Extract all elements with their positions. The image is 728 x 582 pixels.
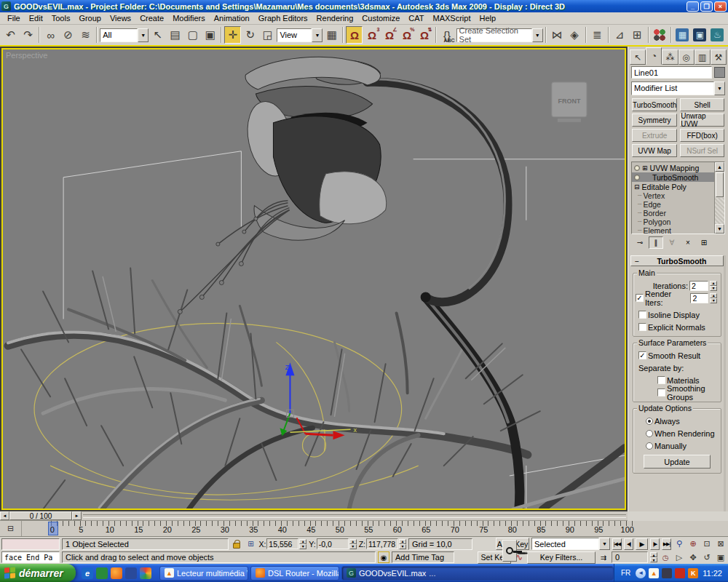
firefox-icon[interactable] [111, 567, 122, 579]
quick-render-icon[interactable]: ♨ [709, 26, 726, 44]
time-tag-icon[interactable]: ◉ [378, 551, 389, 563]
selection-filter-combo[interactable]: All ▼ [100, 28, 149, 42]
smooth-result-checkbox[interactable]: ✓ [638, 351, 646, 359]
menu-item[interactable]: Tools [47, 13, 75, 23]
layer-manager-icon[interactable]: ≣ [589, 26, 606, 44]
orbit-icon[interactable]: ↺ [701, 551, 713, 563]
render-iters-field[interactable]: 2 [690, 293, 708, 303]
object-color-swatch[interactable] [714, 67, 725, 78]
current-frame-field[interactable]: 0 [612, 551, 648, 563]
rendered-frame-icon[interactable]: ▣ [692, 26, 708, 44]
select-and-scale-icon[interactable]: ◲ [259, 26, 276, 44]
menu-item[interactable]: File [3, 13, 25, 23]
select-object-icon[interactable]: ↖ [149, 26, 166, 44]
chevron-down-icon[interactable]: ▼ [532, 28, 543, 42]
object-name-field[interactable]: Line01 [631, 66, 712, 79]
visibility-bulb-icon[interactable] [634, 175, 640, 180]
tray-icon[interactable] [662, 568, 672, 578]
menu-item[interactable]: Rendering [312, 13, 358, 23]
chevron-down-icon[interactable]: ▼ [138, 28, 149, 42]
select-link-icon[interactable]: ∞ [42, 26, 59, 44]
set-keys-button[interactable] [502, 540, 517, 562]
z-spinner[interactable]: ▴▾ [399, 539, 406, 549]
absolute-mode-icon[interactable]: ⊞ [245, 538, 256, 550]
frame-spinner[interactable]: ▴▾ [650, 552, 657, 562]
rectangular-region-icon[interactable]: ▢ [184, 26, 201, 44]
show-end-result-icon[interactable]: ∥ [649, 236, 663, 249]
z-field[interactable]: 117,778 [366, 538, 398, 549]
window-crossing-icon[interactable]: ▣ [202, 26, 218, 44]
snap-3d-icon[interactable]: Ω3 [363, 26, 380, 44]
stack-item-turbosmooth[interactable]: TurboSmooth [632, 172, 714, 182]
previous-frame-icon[interactable]: ◀| [624, 538, 633, 550]
tray-vlc-icon[interactable]: ▲ [649, 568, 659, 578]
stack-subobject[interactable]: Border [632, 209, 714, 218]
explicit-normals-checkbox[interactable] [638, 323, 646, 331]
iterations-spinner[interactable]: ▴▾ [710, 281, 717, 291]
isoline-checkbox[interactable] [638, 311, 646, 319]
select-and-manipulate-icon[interactable]: ▦ [323, 26, 340, 44]
pin-stack-icon[interactable]: ⊸ [633, 236, 647, 249]
chevron-down-icon[interactable]: ▼ [714, 81, 725, 95]
unlink-icon[interactable]: ⊘ [60, 26, 76, 44]
stack-subobject[interactable]: Vertex [632, 191, 714, 200]
chrome-icon[interactable] [140, 567, 151, 579]
menu-item[interactable]: Animation [210, 13, 254, 23]
update-button[interactable]: Update [644, 455, 711, 469]
zoom-region-icon[interactable]: ⊠ [715, 538, 727, 550]
maximize-viewport-icon[interactable]: ▣ [715, 551, 727, 563]
rollout-header[interactable]: − TurboSmooth [630, 255, 724, 266]
stack-subobject[interactable]: Polygon [632, 218, 714, 226]
modifier-list-dropdown[interactable]: Modifier List ▼ [631, 81, 725, 95]
key-mode-toggle-icon[interactable]: ⇉ [598, 551, 609, 563]
key-filter-combo[interactable]: Selected ▼ [531, 537, 610, 551]
close-button[interactable]: × [714, 1, 727, 12]
y-field[interactable]: -0,0 [317, 538, 349, 549]
when-rendering-radio[interactable] [646, 430, 653, 437]
bind-spacewarp-icon[interactable]: ≋ [77, 26, 94, 44]
menu-item[interactable]: Graph Editors [254, 13, 312, 23]
tab-modify[interactable]: ◔ [646, 47, 662, 65]
render-iters-spinner[interactable]: ▴▾ [710, 293, 717, 303]
zoom-icon[interactable]: ⚲ [673, 538, 685, 550]
named-selection-sets-icon[interactable]: {}ABC [439, 26, 456, 44]
smoothing-groups-checkbox[interactable] [657, 388, 665, 396]
x-field[interactable]: 15,556 [266, 538, 298, 549]
ffd-box-button[interactable]: FFD(box) [680, 129, 724, 142]
perspective-viewport[interactable]: Perspective [1, 48, 626, 510]
curve-editor-icon[interactable]: ⊿ [612, 26, 628, 44]
align-icon[interactable]: ◈ [566, 26, 583, 44]
select-and-rotate-icon[interactable]: ↻ [242, 26, 258, 44]
tab-motion[interactable]: ◎ [678, 49, 695, 65]
expand-icon[interactable]: ⊞ [642, 164, 648, 172]
mirror-icon[interactable]: ⋈ [549, 26, 566, 44]
stack-item-uvw-mapping[interactable]: ⊞ UVW Mapping [632, 163, 714, 172]
menu-item[interactable]: Help [475, 13, 500, 23]
quick-launch-icon[interactable] [96, 567, 108, 579]
scroll-down-icon[interactable]: ▼ [715, 224, 724, 234]
y-spinner[interactable]: ▴▾ [349, 539, 357, 549]
viewport-label[interactable]: Perspective [6, 51, 47, 60]
time-slider-track[interactable] [83, 514, 626, 518]
collapse-icon[interactable]: ⊟ [634, 183, 640, 191]
x-spinner[interactable]: ▴▾ [299, 539, 306, 549]
named-selection-combo[interactable]: Create Selection Set ▼ [456, 28, 543, 42]
scroll-up-icon[interactable]: ▲ [715, 162, 724, 172]
snap-toggle-icon[interactable]: Ω [346, 26, 363, 44]
key-filters-button[interactable]: Key Filters... [527, 551, 596, 564]
task-vlc[interactable]: ▲ Lecteur multimédia VLC [159, 566, 248, 581]
menu-item[interactable]: Create [135, 13, 168, 23]
maxscript-listener-input[interactable]: face End Pa [1, 551, 60, 563]
task-3dsmax[interactable]: G GOODvsEVIL.max ... [341, 566, 614, 581]
render-setup-icon[interactable]: ▦ [674, 26, 691, 44]
zoom-extents-icon[interactable]: ⊡ [701, 538, 713, 550]
symmetry-button[interactable]: Symmetry [632, 113, 677, 127]
menu-item[interactable]: Customize [357, 13, 404, 23]
menu-item[interactable]: Modifiers [168, 13, 210, 23]
manually-radio[interactable] [646, 442, 653, 450]
frame-forward-icon[interactable]: ► [72, 511, 82, 520]
configure-modifier-sets-icon[interactable]: ⊞ [697, 236, 711, 249]
redo-icon[interactable]: ↷ [20, 26, 36, 44]
materials-checkbox[interactable] [657, 376, 665, 384]
angle-snap-icon[interactable]: Ω∠ [381, 26, 397, 44]
